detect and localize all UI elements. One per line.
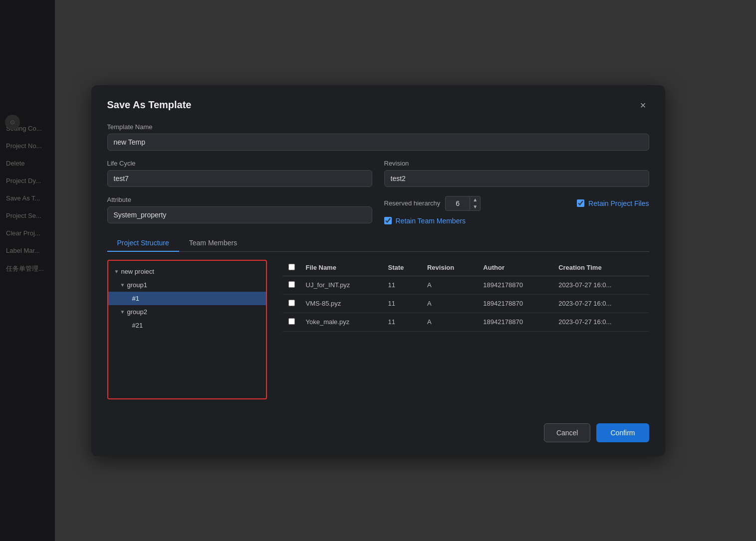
file-table-body: UJ_for_INT.pyz 11 A 18942178870 2023-07-… [283, 276, 649, 331]
col-revision: Revision [422, 260, 478, 276]
options-col: Reserved hierarchy ▲ ▼ Retain Project Fi… [384, 196, 649, 226]
tree-label-root: new proiect [121, 268, 154, 275]
col-author: Author [478, 260, 553, 276]
close-button[interactable]: × [637, 99, 649, 111]
template-name-label: Template Name [107, 123, 649, 131]
tree-arrow-root: ▼ [114, 269, 119, 274]
lifecycle-input[interactable] [107, 170, 372, 187]
file-table-wrap: File Name State Revision Author Creation… [267, 260, 649, 399]
tree-item-1[interactable]: #1 [108, 292, 266, 305]
tree-item-group2[interactable]: ▼ group2 [108, 305, 266, 319]
tree-item-group1[interactable]: ▼ group1 [108, 278, 266, 292]
retain-project-files-group: Retain Project Files [577, 199, 649, 207]
tree-label-21: #21 [132, 322, 143, 329]
row2-author: 18942178870 [478, 294, 553, 313]
row3-checkbox[interactable] [288, 318, 295, 325]
hierarchy-retain-row: Reserved hierarchy ▲ ▼ Retain Project Fi… [384, 196, 649, 211]
lifecycle-revision-row: Life Cycle Revision [107, 160, 649, 187]
row3-author: 18942178870 [478, 313, 553, 331]
lifecycle-field: Life Cycle [107, 160, 372, 187]
retain-project-files-label: Retain Project Files [588, 199, 649, 207]
template-name-input[interactable] [107, 134, 649, 151]
row2-file-name: VMS-85.pyz [301, 294, 383, 313]
row2-checkbox-cell [283, 294, 301, 313]
row1-state: 11 [383, 276, 422, 294]
select-all-checkbox[interactable] [288, 264, 295, 270]
revision-field: Revision [384, 160, 649, 187]
row1-checkbox-cell [283, 276, 301, 294]
tree-arrow-group1: ▼ [120, 282, 125, 288]
row1-creation-time: 2023-07-27 16:0... [553, 276, 649, 294]
col-creation-time: Creation Time [553, 260, 649, 276]
row3-creation-time: 2023-07-27 16:0... [553, 313, 649, 331]
retain-team-members-label: Retain Team Members [396, 217, 466, 225]
col-file-name: File Name [301, 260, 383, 276]
retain-team-members-checkbox[interactable] [384, 217, 392, 224]
row2-creation-time: 2023-07-27 16:0... [553, 294, 649, 313]
row3-state: 11 [383, 313, 422, 331]
lifecycle-label: Life Cycle [107, 160, 372, 167]
row1-author: 18942178870 [478, 276, 553, 294]
tree-arrow-group2: ▼ [120, 309, 125, 315]
hierarchy-label: Reserved hierarchy [384, 199, 441, 207]
retain-team-members-group: Retain Team Members [384, 217, 649, 225]
cancel-button[interactable]: Cancel [544, 423, 591, 442]
table-row: Yoke_male.pyz 11 A 18942178870 2023-07-2… [283, 313, 649, 331]
col-checkbox [283, 260, 301, 276]
row3-checkbox-cell [283, 313, 301, 331]
row2-checkbox[interactable] [288, 300, 295, 306]
modal-title: Save As Template [107, 99, 192, 111]
modal-footer: Cancel Confirm [107, 415, 649, 442]
row2-state: 11 [383, 294, 422, 313]
save-as-template-modal: Save As Template × Template Name Life Cy… [91, 85, 665, 456]
file-table: File Name State Revision Author Creation… [283, 260, 649, 332]
tabs-bar: Project Structure Team Members [107, 235, 649, 252]
revision-label: Revision [384, 160, 649, 167]
modal-header: Save As Template × [107, 99, 649, 111]
tree-item-root[interactable]: ▼ new proiect [108, 265, 266, 278]
tab-team-members[interactable]: Team Members [179, 235, 247, 252]
row1-file-name: UJ_for_INT.pyz [301, 276, 383, 294]
attribute-label: Attribute [107, 196, 372, 203]
spinner-down-button[interactable]: ▼ [470, 203, 480, 210]
revision-input[interactable] [384, 170, 649, 187]
confirm-button[interactable]: Confirm [596, 423, 649, 442]
template-name-field: Template Name [107, 123, 649, 151]
hierarchy-spinner: ▲ ▼ [470, 196, 481, 211]
hierarchy-input-wrap: ▲ ▼ [445, 196, 481, 211]
tree-label-group2: group2 [127, 308, 147, 316]
attribute-input[interactable] [107, 206, 372, 223]
table-row: VMS-85.pyz 11 A 18942178870 2023-07-27 1… [283, 294, 649, 313]
row3-revision: A [422, 313, 478, 331]
tree-label-1: #1 [132, 295, 139, 302]
row2-revision: A [422, 294, 478, 313]
retain-project-files-checkbox[interactable] [577, 199, 584, 207]
tree-panel: ▼ new proiect ▼ group1 #1 ▼ group2 #21 [107, 260, 267, 399]
spinner-up-button[interactable]: ▲ [470, 196, 480, 203]
table-header-row: File Name State Revision Author Creation… [283, 260, 649, 276]
row1-revision: A [422, 276, 478, 294]
tree-item-21[interactable]: #21 [108, 319, 266, 332]
hierarchy-group: Reserved hierarchy ▲ ▼ [384, 196, 565, 211]
tab-project-structure[interactable]: Project Structure [107, 235, 179, 252]
table-row: UJ_for_INT.pyz 11 A 18942178870 2023-07-… [283, 276, 649, 294]
tree-label-group1: group1 [127, 281, 147, 289]
attribute-field: Attribute [107, 196, 372, 226]
hierarchy-input[interactable] [445, 196, 470, 211]
row1-checkbox[interactable] [288, 281, 295, 288]
row3-file-name: Yoke_male.pyz [301, 313, 383, 331]
attribute-options-row: Attribute Reserved hierarchy ▲ ▼ [107, 196, 649, 226]
content-area: ▼ new proiect ▼ group1 #1 ▼ group2 #21 [107, 260, 649, 399]
col-state: State [383, 260, 422, 276]
